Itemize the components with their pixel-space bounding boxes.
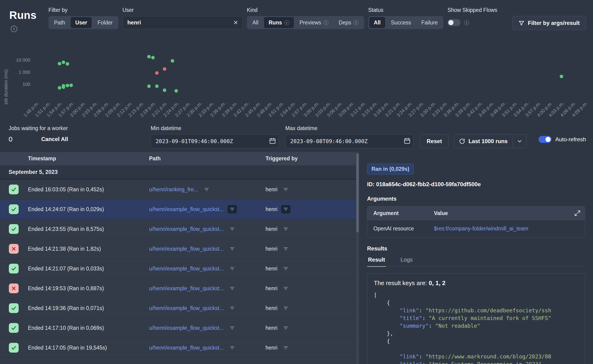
header-timestamp: Timestamp <box>23 156 145 162</box>
filter-by-user-icon[interactable] <box>281 245 290 253</box>
filter-by-path-icon[interactable] <box>228 225 237 233</box>
run-path-link[interactable]: u/henri/example_flow_quickst... <box>149 285 224 292</box>
success-check-icon <box>9 185 19 194</box>
run-path-link[interactable]: u/henri/example_flow_quickst... <box>149 226 224 232</box>
success-check-icon <box>9 343 19 353</box>
run-timestamp: Ended 14:19:53 (Ran in 0,887s) <box>28 285 104 292</box>
filter-by-user-icon[interactable] <box>281 344 290 352</box>
success-run-dot[interactable] <box>171 59 174 63</box>
header-triggered-by: Triggered by <box>261 156 356 162</box>
success-run-dot[interactable] <box>174 89 178 93</box>
runs-info-icon[interactable]: i <box>11 26 17 32</box>
filter-by-path-icon[interactable] <box>228 344 237 352</box>
filter-by-path-icon[interactable] <box>228 245 237 253</box>
kind-previews-button[interactable]: Previews i <box>295 17 333 28</box>
filter-by-path-icon[interactable] <box>228 264 237 273</box>
filter-by-user-icon[interactable] <box>281 205 290 214</box>
run-path-link[interactable]: u/henri/example_flow_quickst... <box>149 266 224 272</box>
success-run-dot[interactable] <box>58 86 61 90</box>
filter-by-user-icon[interactable] <box>281 264 290 273</box>
filter-by-user-icon[interactable] <box>281 284 290 292</box>
table-scrollbar[interactable] <box>356 152 359 364</box>
deps-kind-info-icon[interactable]: i <box>354 20 358 25</box>
table-row[interactable]: Ended 14:19:53 (Ran in 0,887s)u/henri/ex… <box>0 279 356 298</box>
status-failure-button[interactable]: Failure <box>417 17 442 28</box>
success-run-dot[interactable] <box>69 84 73 87</box>
success-run-dot[interactable] <box>66 62 69 66</box>
run-duration-badge: Ran in (0,029s) <box>367 164 414 175</box>
previews-kind-info-icon[interactable]: i <box>323 20 328 25</box>
run-path-link[interactable]: u/henri/example_flow_quickst... <box>149 305 224 312</box>
table-row[interactable]: Ended 14:19:36 (Ran in 0,071s)u/henri/ex… <box>0 298 356 318</box>
kind-filter-group: Kind All Runs i Previews i Deps i <box>247 7 364 29</box>
table-row[interactable]: Ended 14:21:38 (Ran in 1,82s)u/henri/exa… <box>0 239 356 259</box>
results-tabs: Result Logs <box>367 256 585 267</box>
failure-x-icon <box>9 244 19 254</box>
expand-args-icon[interactable] <box>574 210 585 216</box>
filter-by-path-button[interactable]: Path <box>49 17 70 28</box>
table-row[interactable]: Ended 16:03:05 (Ran in 0,452s)u/henri/ra… <box>0 180 356 200</box>
y-tick-1000: 1 000 <box>4 69 30 75</box>
table-row[interactable]: Ended 14:17:10 (Ran in 0,069s)u/henri/ex… <box>0 318 356 338</box>
runs-kind-info-icon[interactable]: i <box>284 20 289 25</box>
run-path-link[interactable]: u/henri/example_flow_quickst... <box>149 206 224 213</box>
user-label: User <box>123 7 243 13</box>
filter-by-path-icon[interactable] <box>228 304 237 312</box>
success-run-dot[interactable] <box>560 75 563 78</box>
kind-all-button[interactable]: All <box>248 17 263 28</box>
filter-args-result-button[interactable]: Filter by args/result <box>512 16 586 30</box>
tab-result[interactable]: Result <box>367 256 386 267</box>
success-run-dot[interactable] <box>62 60 65 64</box>
result-viewer: The result keys are: 0, 1, 2 [ { "link":… <box>367 273 585 364</box>
status-all-button[interactable]: All <box>369 17 385 28</box>
success-run-dot[interactable] <box>155 84 159 88</box>
success-run-dot[interactable] <box>66 84 69 87</box>
argument-name: OpenAI resource <box>373 226 434 232</box>
auto-refresh-toggle[interactable] <box>539 136 552 143</box>
success-run-dot[interactable] <box>58 62 61 65</box>
arguments-title: Arguments <box>367 195 585 202</box>
min-calendar-icon[interactable] <box>269 137 276 144</box>
failure-run-dot[interactable] <box>155 71 159 75</box>
success-run-dot[interactable] <box>151 56 155 59</box>
show-skipped-toggle[interactable] <box>448 19 461 26</box>
table-row[interactable]: Ended 14:21:07 (Ran in 0,033s)u/henri/ex… <box>0 259 356 279</box>
status-success-button[interactable]: Success <box>386 17 416 28</box>
failure-run-dot[interactable] <box>163 67 166 71</box>
run-path-link[interactable]: u/henri/example_flow_quickst... <box>149 246 224 252</box>
clear-user-icon[interactable]: ✕ <box>231 18 240 27</box>
argument-value-link[interactable]: $res:f/company-folder/windmill_ai_team <box>434 226 585 232</box>
table-row[interactable]: Ended 14:24:07 (Ran in 0,029s)u/henri/ex… <box>0 200 356 219</box>
show-skipped-info-icon[interactable]: i <box>464 20 469 25</box>
table-row[interactable]: Ended 14:23:55 (Ran in 8,575s)u/henri/ex… <box>0 219 356 239</box>
success-run-dot[interactable] <box>147 84 151 88</box>
max-calendar-icon[interactable] <box>404 137 411 144</box>
run-path-link[interactable]: u/henri/ranking_fre... <box>149 186 198 193</box>
run-timestamp: Ended 14:21:38 (Ran in 1,82s) <box>28 246 101 252</box>
max-datetime-input[interactable] <box>285 134 413 148</box>
run-path-link[interactable]: u/henri/example_flow_quickst... <box>149 325 224 331</box>
filter-by-user-icon[interactable] <box>281 185 290 194</box>
kind-deps-button[interactable]: Deps i <box>334 17 363 28</box>
filter-by-user-icon[interactable] <box>281 324 290 332</box>
filter-by-user-icon[interactable] <box>281 225 290 233</box>
success-run-dot[interactable] <box>163 88 166 92</box>
success-check-icon <box>9 204 19 214</box>
filter-by-user-button[interactable]: User <box>71 17 92 28</box>
filter-by-path-icon[interactable] <box>202 185 211 194</box>
user-filter-input[interactable] <box>123 16 243 29</box>
filter-by-path-icon[interactable] <box>228 284 237 292</box>
y-tick-10000: 10 000 <box>4 57 30 63</box>
min-datetime-input[interactable] <box>151 134 279 148</box>
tab-logs[interactable]: Logs <box>400 256 414 266</box>
table-row[interactable]: Ended 14:17:05 (Ran in 19,545s)u/henri/e… <box>0 338 356 358</box>
kind-runs-button[interactable]: Runs i <box>264 17 294 28</box>
filter-by-path-icon[interactable] <box>228 205 237 214</box>
run-path-link[interactable]: u/henri/example_flow_quickst... <box>149 345 224 351</box>
run-user: henri <box>265 246 277 252</box>
show-skipped-group: Show Skipped Flows i <box>448 7 497 29</box>
filter-by-path-icon[interactable] <box>228 324 237 332</box>
filter-by-user-icon[interactable] <box>281 304 290 312</box>
filter-by-folder-button[interactable]: Folder <box>93 17 117 28</box>
success-run-dot[interactable] <box>147 55 151 58</box>
